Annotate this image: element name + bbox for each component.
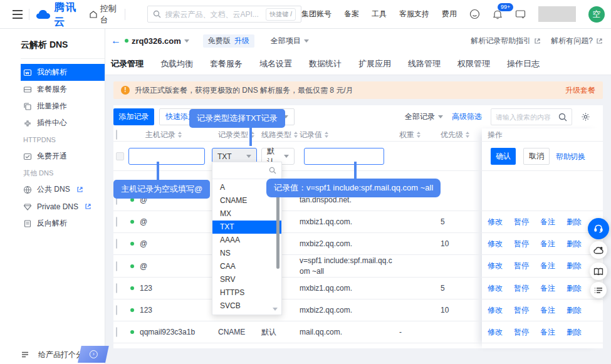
delete-link[interactable]: 删除 xyxy=(567,305,582,316)
sort-icon[interactable] xyxy=(178,132,182,138)
remark-link[interactable]: 备注 xyxy=(540,305,555,316)
option-caa[interactable]: CAA xyxy=(212,260,281,273)
option-txt-selected[interactable]: TXT xyxy=(212,221,281,234)
tab-domain-settings[interactable]: 域名设置 xyxy=(259,58,292,70)
survey-button[interactable] xyxy=(590,282,607,298)
modify-link[interactable]: 修改 xyxy=(488,327,503,338)
global-search-input[interactable] xyxy=(165,10,262,19)
pause-link[interactable]: 暂停 xyxy=(514,239,529,249)
sidebar-item-private-dns[interactable]: Private DNS xyxy=(21,198,105,215)
delete-link[interactable]: 删除 xyxy=(567,261,582,271)
sidebar-item-plugin-center[interactable]: 插件中心 xyxy=(21,115,105,132)
sort-icon[interactable] xyxy=(417,132,420,138)
switch-link[interactable]: 切换 xyxy=(570,152,585,162)
tab-extensions[interactable]: 扩展应用 xyxy=(358,58,391,70)
modify-link[interactable]: 修改 xyxy=(488,283,503,294)
delete-link[interactable]: 删除 xyxy=(567,239,582,249)
nav-support[interactable]: 客服支持 xyxy=(399,9,429,19)
notification-bell-icon[interactable]: 99+ xyxy=(493,9,503,19)
record-search[interactable] xyxy=(491,108,572,125)
nav-tools[interactable]: 工具 xyxy=(372,9,387,19)
nav-group-account[interactable]: 集团账号 xyxy=(301,9,332,19)
confirm-button[interactable]: 确认 xyxy=(491,148,516,165)
dns-problem-link[interactable]: 解析有问题? xyxy=(551,36,603,46)
pause-link[interactable]: 暂停 xyxy=(514,327,529,338)
sidebar-item-public-dns[interactable]: 公共 DNS xyxy=(21,181,105,198)
sidebar-item-free-activate[interactable]: 免费开通 xyxy=(21,148,105,165)
remark-link[interactable]: 备注 xyxy=(540,283,555,294)
add-record-button[interactable]: 添加记录 xyxy=(113,108,154,125)
sidebar-item-reverse-dns[interactable]: 反向解析 xyxy=(21,215,105,232)
pause-link[interactable]: 暂停 xyxy=(514,217,529,227)
option-mx[interactable]: MX xyxy=(212,207,281,221)
feedback-icon[interactable] xyxy=(469,9,480,19)
sort-icon[interactable] xyxy=(294,132,298,138)
option-https[interactable]: HTTPS xyxy=(212,286,281,299)
modify-link[interactable]: 修改 xyxy=(488,305,503,316)
option-svcb[interactable]: SVCB xyxy=(212,299,281,313)
global-search[interactable]: 快捷键 / xyxy=(147,6,301,23)
row-checkbox[interactable] xyxy=(116,239,117,249)
row-checkbox[interactable] xyxy=(116,283,117,293)
tab-operation-log[interactable]: 操作日志 xyxy=(507,58,540,70)
delete-link[interactable]: 删除 xyxy=(567,283,582,294)
tencent-cloud-logo[interactable]: 腾讯云 xyxy=(36,0,78,29)
tab-permissions[interactable]: 权限管理 xyxy=(457,58,490,70)
domain-selector[interactable]: zrq0326.com xyxy=(132,36,181,46)
sidebar-item-plan-service[interactable]: 套餐服务 xyxy=(21,81,105,98)
console-collection-icon[interactable] xyxy=(515,9,526,19)
sort-icon[interactable] xyxy=(466,132,469,138)
tab-plan-service[interactable]: 套餐服务 xyxy=(210,58,243,70)
record-search-input[interactable] xyxy=(496,113,558,121)
help-link[interactable]: 帮助 xyxy=(556,152,571,162)
cancel-button[interactable]: 取消 xyxy=(523,148,550,165)
remark-link[interactable]: 备注 xyxy=(540,239,555,249)
sort-icon[interactable] xyxy=(325,132,328,138)
nav-icp-filing[interactable]: 备案 xyxy=(344,9,359,19)
select-all-checkbox[interactable] xyxy=(116,130,117,140)
hamburger-menu-icon[interactable] xyxy=(13,8,23,21)
rate-ribbon[interactable]: › xyxy=(78,346,109,363)
modify-link[interactable]: 修改 xyxy=(488,217,503,227)
pause-link[interactable]: 暂停 xyxy=(514,305,529,316)
tab-record-management[interactable]: 记录管理 xyxy=(111,58,144,70)
remark-link[interactable]: 备注 xyxy=(540,261,555,271)
rate-product-bar[interactable]: 给产品打个分 › xyxy=(0,345,105,364)
row-checkbox[interactable] xyxy=(116,217,117,227)
host-record-input[interactable] xyxy=(128,148,205,165)
tab-load-balancing[interactable]: 负载均衡 xyxy=(160,58,193,70)
row-checkbox[interactable] xyxy=(116,327,117,337)
column-settings-gear-icon[interactable] xyxy=(581,112,590,122)
record-value-input[interactable] xyxy=(304,148,384,165)
delete-link[interactable]: 删除 xyxy=(567,327,582,338)
cloud-assistant-button[interactable] xyxy=(590,241,607,259)
remark-link[interactable]: 备注 xyxy=(540,217,555,227)
sidebar-item-batch-operation[interactable]: 批量操作 xyxy=(21,98,105,115)
plan-upgrade-link[interactable]: 升级 xyxy=(234,36,249,46)
account-name-redacted[interactable] xyxy=(538,6,576,22)
option-srv[interactable]: SRV xyxy=(212,273,281,286)
option-aaaa[interactable]: AAAA xyxy=(212,234,281,247)
project-selector[interactable]: 全部项目 xyxy=(271,36,309,46)
tab-line-management[interactable]: 线路管理 xyxy=(408,58,441,70)
console-link[interactable]: 控制台 xyxy=(89,3,118,26)
back-button[interactable]: ← xyxy=(111,35,121,46)
delete-link[interactable]: 删除 xyxy=(567,217,582,227)
customer-service-button[interactable] xyxy=(588,218,609,239)
record-filter-select[interactable]: 全部记录 xyxy=(405,112,443,122)
dropdown-search[interactable] xyxy=(212,162,281,179)
upgrade-plan-link[interactable]: 升级套餐 xyxy=(565,85,595,96)
documentation-button[interactable] xyxy=(590,263,607,280)
pause-link[interactable]: 暂停 xyxy=(514,261,529,271)
row-checkbox[interactable] xyxy=(116,261,117,271)
avatar[interactable]: 空 xyxy=(588,6,605,23)
remark-link[interactable]: 备注 xyxy=(540,327,555,338)
sidebar-item-my-dns[interactable]: 我的解析 xyxy=(21,64,105,81)
modify-link[interactable]: 修改 xyxy=(488,239,503,249)
modify-link[interactable]: 修改 xyxy=(488,261,503,271)
tab-statistics[interactable]: 数据统计 xyxy=(309,58,342,70)
row-checkbox[interactable] xyxy=(116,305,117,315)
option-ns[interactable]: NS xyxy=(212,247,281,260)
nav-billing[interactable]: 费用 xyxy=(442,9,457,19)
advanced-filter-link[interactable]: 高级筛选 xyxy=(452,112,482,122)
